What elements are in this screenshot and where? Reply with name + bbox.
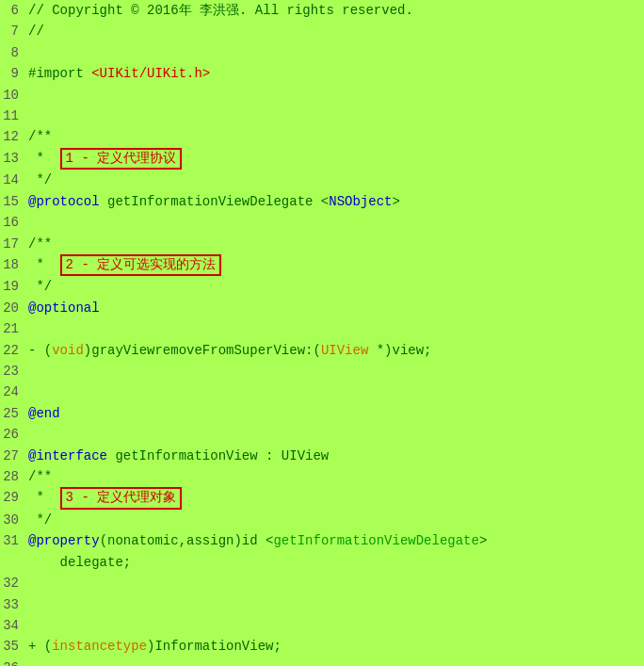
- code-line-23: 23: [0, 361, 644, 382]
- line-num-34: 34: [0, 615, 28, 636]
- line-num-22: 22: [0, 340, 28, 361]
- line-content-19: */: [28, 276, 52, 297]
- code-line-16: 16: [0, 212, 644, 233]
- line-content-18: * 2 - 定义可选实现的方法: [28, 254, 221, 277]
- code-line-21: 21: [0, 318, 644, 339]
- line-num-13: 13: [0, 148, 28, 169]
- line-num-12: 12: [0, 126, 28, 147]
- code-line-12: 12 /**: [0, 126, 644, 147]
- code-line-35: 35 + (instancetype)InformationView;: [0, 636, 644, 657]
- code-line-17: 17 /**: [0, 234, 644, 254]
- line-num-32: 32: [0, 573, 28, 593]
- code-line-32: 32: [0, 573, 644, 593]
- code-line-20: 20 @optional: [0, 298, 644, 318]
- line-num-28: 28: [0, 466, 28, 487]
- line-num-25: 25: [0, 403, 28, 424]
- line-num-17: 17: [0, 234, 28, 254]
- line-content-30: */: [28, 510, 52, 530]
- code-line-14: 14 */: [0, 170, 644, 190]
- line-num-24: 24: [0, 382, 28, 402]
- line-content-29: * 3 - 定义代理对象: [28, 487, 182, 510]
- line-num-27: 27: [0, 446, 28, 466]
- code-line-9: 9 #import <UIKit/UIKit.h>: [0, 63, 644, 84]
- code-line-18: 18 * 2 - 定义可选实现的方法: [0, 254, 644, 277]
- line-content-10: [28, 85, 36, 106]
- line-content-21: [28, 318, 36, 339]
- line-content-33: [28, 594, 36, 615]
- line-num-30: 30: [0, 510, 28, 530]
- line-content-34: [28, 615, 36, 636]
- line-content-7: //: [28, 21, 44, 41]
- code-line-8: 8: [0, 42, 644, 63]
- code-line-15: 15 @protocol getInformationViewDelegate …: [0, 191, 644, 212]
- line-content-35: + (instancetype)InformationView;: [28, 636, 282, 657]
- annotation-box-2: 2 - 定义可选实现的方法: [60, 254, 222, 277]
- line-content-25: @end: [28, 403, 60, 424]
- line-content-36: [28, 658, 36, 666]
- line-content-15: @protocol getInformationViewDelegate <NS…: [28, 191, 400, 212]
- line-content-31b: delegate;: [28, 552, 131, 573]
- line-num-16: 16: [0, 212, 28, 233]
- line-num-18: 18: [0, 254, 28, 275]
- code-line-27: 27 @interface getInformationView : UIVie…: [0, 446, 644, 466]
- code-line-24: 24: [0, 382, 644, 402]
- code-line-19: 19 */: [0, 276, 644, 297]
- line-content-26: [28, 424, 36, 445]
- annotation-box-1: 1 - 定义代理协议: [60, 148, 183, 171]
- line-num-8: 8: [0, 42, 28, 63]
- line-content-13: * 1 - 定义代理协议: [28, 148, 182, 171]
- line-num-20: 20: [0, 298, 28, 318]
- line-num-15: 15: [0, 191, 28, 212]
- code-line-34: 34: [0, 615, 644, 636]
- line-num-33: 33: [0, 594, 28, 615]
- line-num-7: 7: [0, 21, 28, 41]
- line-content-16: [28, 212, 36, 233]
- line-content-6: // Copyright © 2016年 李洪强. All rights res…: [28, 0, 413, 21]
- code-line-26: 26: [0, 424, 644, 445]
- line-num-6: 6: [0, 0, 28, 21]
- line-num-14: 14: [0, 170, 28, 190]
- line-content-24: [28, 382, 36, 402]
- line-num-11: 11: [0, 106, 28, 126]
- code-line-31: 31 @property(nonatomic,assign)id <getInf…: [0, 530, 644, 551]
- line-num-26: 26: [0, 424, 28, 445]
- line-content-11: [28, 106, 36, 126]
- line-num-19: 19: [0, 276, 28, 297]
- code-line-30: 30 */: [0, 510, 644, 530]
- line-content-28: /**: [28, 466, 52, 487]
- line-content-22: - (void)grayViewremoveFromSuperView:(UIV…: [28, 340, 432, 361]
- code-line-33: 33: [0, 594, 644, 615]
- line-content-32: [28, 573, 36, 593]
- code-line-11: 11: [0, 106, 644, 126]
- line-content-17: /**: [28, 234, 52, 254]
- code-line-28: 28 /**: [0, 466, 644, 487]
- code-line-36: 36: [0, 658, 644, 666]
- annotation-box-3: 3 - 定义代理对象: [60, 487, 183, 510]
- line-num-35: 35: [0, 636, 28, 657]
- line-content-31: @property(nonatomic,assign)id <getInform…: [28, 530, 487, 551]
- code-line-31b: delegate;: [0, 552, 644, 573]
- line-num-10: 10: [0, 85, 28, 106]
- code-line-25: 25 @end: [0, 403, 644, 424]
- line-content-23: [28, 361, 36, 382]
- code-line-29: 29 * 3 - 定义代理对象: [0, 487, 644, 510]
- line-content-9: #import <UIKit/UIKit.h>: [28, 63, 210, 84]
- line-num-36: 36: [0, 658, 28, 666]
- line-num-21: 21: [0, 318, 28, 339]
- code-editor: 6 // Copyright © 2016年 李洪强. All rights r…: [0, 0, 644, 666]
- code-line-6: 6 // Copyright © 2016年 李洪强. All rights r…: [0, 0, 644, 21]
- line-num-31: 31: [0, 530, 28, 551]
- line-content-14: */: [28, 170, 52, 190]
- line-num-23: 23: [0, 361, 28, 382]
- code-line-22: 22 - (void)grayViewremoveFromSuperView:(…: [0, 340, 644, 361]
- line-num-29: 29: [0, 487, 28, 508]
- line-content-27: @interface getInformationView : UIView: [28, 446, 329, 466]
- code-line-10: 10: [0, 85, 644, 106]
- line-content-12: /**: [28, 126, 52, 147]
- code-line-7: 7 //: [0, 21, 644, 41]
- line-num-9: 9: [0, 63, 28, 84]
- line-content-20: @optional: [28, 298, 100, 318]
- code-line-13: 13 * 1 - 定义代理协议: [0, 148, 644, 171]
- line-content-8: [28, 42, 36, 63]
